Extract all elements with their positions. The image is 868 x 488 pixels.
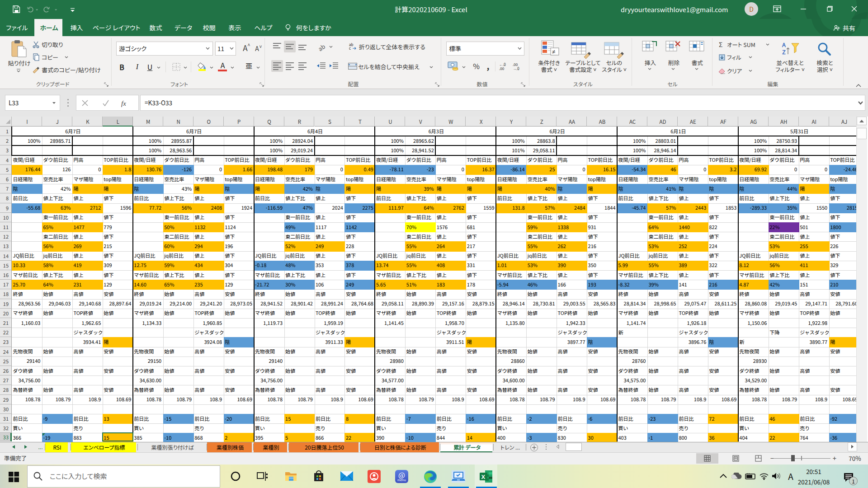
svg-text:c: c (349, 46, 351, 50)
svg-text:→.0: →.0 (513, 66, 519, 70)
svg-text:X: X (481, 474, 485, 480)
svg-text:.00: .00 (499, 66, 505, 70)
svg-text:≠: ≠ (552, 47, 555, 56)
svg-text:Z: Z (782, 47, 786, 56)
svg-text:fx: fx (121, 100, 126, 107)
